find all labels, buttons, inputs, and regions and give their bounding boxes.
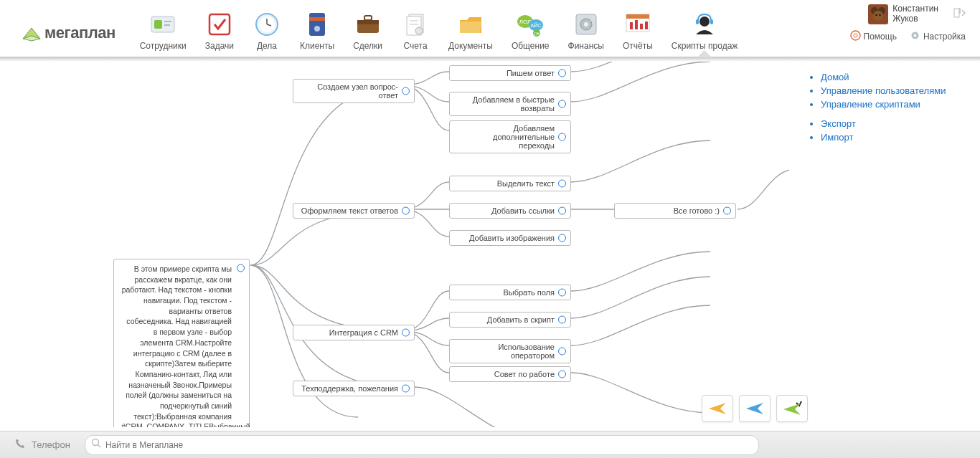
user-block[interactable]: КонстантинЖуков <box>868 4 966 24</box>
node-handle-icon <box>558 100 566 108</box>
svg-text:ОК: ОК <box>534 32 540 36</box>
svg-rect-33 <box>640 24 643 29</box>
nav-scripts[interactable]: Скрипты продаж <box>669 9 741 52</box>
svg-line-49 <box>98 444 100 447</box>
sidebar-scripts[interactable]: Управление скриптами <box>821 99 920 110</box>
node-add-images[interactable]: Добавить изображения <box>449 230 571 246</box>
svg-rect-9 <box>309 13 325 36</box>
sidebar-users[interactable]: Управление пользователями <box>821 85 946 96</box>
node-write-answer[interactable]: Пишем ответ <box>449 65 571 81</box>
node-handle-icon <box>723 207 731 215</box>
svg-point-28 <box>584 22 588 27</box>
nav-reports[interactable]: Отчёты <box>620 9 656 52</box>
node-add-links[interactable]: Добавить ссылки <box>449 203 571 219</box>
node-handle-icon <box>402 329 410 337</box>
sidebar-export[interactable]: Экспорт <box>821 118 856 129</box>
addressbook-icon <box>303 11 331 38</box>
send-green-button[interactable] <box>776 395 808 422</box>
svg-rect-36 <box>696 19 699 24</box>
svg-rect-4 <box>209 14 230 34</box>
svg-rect-43 <box>954 9 959 17</box>
svg-text:АЙС: АЙС <box>531 22 542 28</box>
nav-invoices[interactable]: Счета <box>398 9 433 52</box>
nav-trades[interactable]: Сделки <box>350 9 385 52</box>
nav-deals[interactable]: Дела <box>250 9 284 52</box>
node-handle-icon <box>558 207 566 215</box>
headset-agent-icon <box>690 11 719 38</box>
nav-employees[interactable]: Сотрудники <box>137 9 189 52</box>
svg-point-11 <box>314 26 320 32</box>
svg-rect-31 <box>630 22 633 29</box>
sidebar-import[interactable]: Импорт <box>821 132 853 143</box>
sidebar-home[interactable]: Домой <box>821 72 849 82</box>
node-format-answers[interactable]: Оформляем текст ответов <box>293 203 415 219</box>
node-work-tip[interactable]: Совет по работе <box>449 366 571 382</box>
nav-chat[interactable]: ЛОЛАЙСОК Общение <box>509 9 552 52</box>
send-yellow-button[interactable] <box>702 395 733 422</box>
svg-rect-30 <box>626 14 649 19</box>
settings-link[interactable]: Настройка <box>910 30 966 43</box>
svg-point-48 <box>92 439 98 445</box>
right-sidebar: Домой Управление пользователями Управлен… <box>808 69 966 151</box>
folder-icon <box>456 11 485 38</box>
top-right: КонстантинЖуков Помощь Настройка <box>850 4 966 43</box>
node-crm-integration[interactable]: Интеграция с CRM <box>293 325 415 340</box>
nav-label: Клиенты <box>300 41 334 51</box>
svg-rect-10 <box>309 17 325 21</box>
node-handle-icon <box>237 264 245 272</box>
user-name: КонстантинЖуков <box>892 4 938 24</box>
action-tray <box>702 395 808 422</box>
node-create-qa[interactable]: Создаем узел вопрос-ответ <box>293 79 415 103</box>
top-bar: мегаплан Сотрудники Задачи Дела Клиенты … <box>0 0 980 57</box>
nav-clients[interactable]: Клиенты <box>297 9 337 52</box>
nav-label: Сотрудники <box>140 41 187 51</box>
svg-rect-32 <box>635 20 638 29</box>
node-handle-icon <box>558 133 566 141</box>
node-operator-usage[interactable]: Использование оператором <box>449 339 571 363</box>
safe-icon <box>572 11 600 38</box>
help-link[interactable]: Помощь <box>850 30 897 43</box>
node-handle-icon <box>558 70 566 77</box>
search-wrap <box>85 435 966 455</box>
nav-finance[interactable]: Финансы <box>565 9 607 52</box>
node-root[interactable]: В этом примере скрипта мы расскажем вкра… <box>113 259 250 427</box>
svg-rect-14 <box>364 16 372 20</box>
clock-icon <box>253 11 281 38</box>
svg-rect-3 <box>164 24 170 26</box>
script-canvas[interactable]: В этом примере скрипта мы расскажем вкра… <box>0 62 789 427</box>
logout-icon[interactable] <box>953 6 966 22</box>
node-add-to-script[interactable]: Добавить в скрипт <box>449 312 571 328</box>
node-highlight-text[interactable]: Выделить текст <box>449 176 571 191</box>
svg-rect-2 <box>164 21 171 22</box>
briefcase-icon <box>354 11 382 38</box>
node-handle-icon <box>402 207 410 215</box>
nav-tasks[interactable]: Задачи <box>202 9 237 52</box>
svg-rect-1 <box>154 20 162 29</box>
checkbox-icon <box>205 11 234 38</box>
main-nav: Сотрудники Задачи Дела Клиенты Сделки Сч… <box>137 9 741 52</box>
node-support[interactable]: Техподдержка, пожелания <box>293 381 415 396</box>
document-stack-icon <box>401 11 430 38</box>
brand-logo[interactable]: мегаплан <box>22 24 116 42</box>
nav-label: Отчёты <box>623 41 653 51</box>
nav-label: Документы <box>448 41 493 51</box>
lifebuoy-icon <box>850 30 861 43</box>
node-quick-returns[interactable]: Добавляем в быстрые возвраты <box>449 92 571 116</box>
node-handle-icon <box>558 180 566 188</box>
node-extra-transitions[interactable]: Добавляем дополнительные переходы <box>449 120 571 153</box>
send-blue-button[interactable] <box>739 395 771 422</box>
node-handle-icon <box>558 234 566 242</box>
node-handle-icon <box>558 289 566 297</box>
nav-label: Дела <box>257 41 277 51</box>
nav-label: Финансы <box>568 41 604 51</box>
node-select-fields[interactable]: Выбрать поля <box>449 285 571 300</box>
svg-point-35 <box>699 16 710 27</box>
node-all-done[interactable]: Все готово :) <box>614 203 736 219</box>
node-handle-icon <box>558 371 566 378</box>
svg-point-40 <box>873 11 883 21</box>
barchart-icon <box>623 11 652 38</box>
nav-label: Общение <box>512 41 550 51</box>
nav-documents[interactable]: Документы <box>446 9 496 52</box>
phone-button[interactable]: Телефон <box>14 438 70 452</box>
search-input[interactable] <box>85 435 759 455</box>
